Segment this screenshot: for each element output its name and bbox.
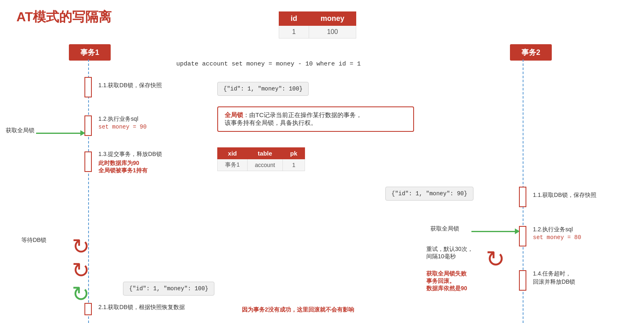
fail-text-3: 数据库依然是90 xyxy=(426,285,467,292)
lock-table-cell-xid: 事务1 xyxy=(218,159,248,171)
lock-table: xid table pk 事务1 account 1 xyxy=(217,147,305,171)
fail-text-1: 获取全局锁失败 xyxy=(426,270,467,278)
tx1-step2-rect xyxy=(84,115,92,136)
lock-table-header-xid: xid xyxy=(218,148,248,159)
restore-text: 2.1.获取DB锁，根据快照恢复数据 xyxy=(98,304,185,311)
tx1-step1-3-text-line1: 1.3.提交事务，释放DB锁 xyxy=(98,151,162,158)
tx2-step1-1-text: 1.1.获取DB锁，保存快照 xyxy=(533,192,596,199)
db-table-cell-money: 100 xyxy=(309,26,356,38)
sql-statement: update account set money = money - 10 wh… xyxy=(176,61,361,68)
tx1-step1-2-text-line2: set money = 90 xyxy=(98,124,147,130)
lock-table-cell-table: account xyxy=(247,159,282,171)
tx1-step1-rect xyxy=(84,77,92,97)
lock-table-row: 事务1 account 1 xyxy=(218,159,305,171)
tx2-box: 事务2 xyxy=(510,44,552,61)
lock-table-header-table: table xyxy=(247,148,282,159)
wait-spiral-arrow-1: ↺ xyxy=(72,234,90,259)
no-impact-note: 因为事务2没有成功，这里回滚就不会有影响 xyxy=(242,306,354,314)
tx2-step4-rect xyxy=(519,270,526,291)
tx2-step1-rect xyxy=(519,187,526,207)
tx2-step2-rect xyxy=(519,226,526,246)
retry-text-2: 间隔10毫秒 xyxy=(426,253,456,260)
tx1-restore-rect xyxy=(84,303,92,315)
get-global-lock-2-label: 获取全局锁 xyxy=(430,225,459,233)
db-table-row: 1 100 xyxy=(279,26,356,38)
get-global-lock-2-arrow xyxy=(471,228,520,234)
page-title: AT模式的写隔离 xyxy=(16,8,112,26)
tx1-step3-rect xyxy=(84,151,92,172)
retry-text-1: 重试，默认30次， xyxy=(426,246,473,253)
tx2-step1-2-text-line2: set money = 80 xyxy=(533,234,581,241)
wait-db-lock-label: 等待DB锁 xyxy=(21,237,46,244)
db-table-header-id: id xyxy=(279,12,309,26)
get-global-lock-1-arrow xyxy=(36,130,85,136)
tx1-step1-2-text-line1: 1.2.执行业务sql xyxy=(98,115,138,123)
json-box-2: {"id": 1, "money": 90} xyxy=(385,187,473,201)
tx1-box: 事务1 xyxy=(69,44,111,61)
get-global-lock-1-label: 获取全局锁 xyxy=(6,127,34,134)
tx2-step1-4-text-line1: 1.4.任务超时， xyxy=(533,270,571,278)
db-table: id money 1 100 xyxy=(279,11,356,38)
tx1-step1-3-text-line3: 全局锁被事务1持有 xyxy=(98,167,148,174)
json-box-1: {"id": 1, "money": 100} xyxy=(217,82,309,96)
tx1-step1-1-text: 1.1.获取DB锁，保存快照 xyxy=(98,82,162,89)
fail-text-2: 事务回滚。 xyxy=(426,278,455,285)
db-table-cell-id: 1 xyxy=(279,26,309,38)
global-lock-desc: ：由TC记录当前正在操作某行数据的事务， 该事务持有全局锁，具备执行权。 xyxy=(225,111,362,126)
global-lock-label: 全局锁 xyxy=(225,111,243,118)
lock-table-cell-pk: 1 xyxy=(282,159,305,171)
global-lock-info-box: 全局锁：由TC记录当前正在操作某行数据的事务， 该事务持有全局锁，具备执行权。 xyxy=(217,106,414,132)
wait-spiral-arrow-2: ↺ xyxy=(72,258,90,282)
tx2-step1-4-text-line2: 回滚并释放DB锁 xyxy=(533,278,575,286)
db-table-header-money: money xyxy=(309,12,356,26)
tx1-step1-3-text-line2: 此时数据库为90 xyxy=(98,160,139,167)
json-box-3: {"id": 1, "money": 100} xyxy=(123,282,214,296)
retry-spiral-arrow: ↺ xyxy=(486,246,505,272)
restore-spiral-arrow: ↻ xyxy=(72,282,90,306)
tx2-step1-2-text-line1: 1.2.执行业务sql xyxy=(533,226,573,233)
lock-table-header-pk: pk xyxy=(282,148,305,159)
